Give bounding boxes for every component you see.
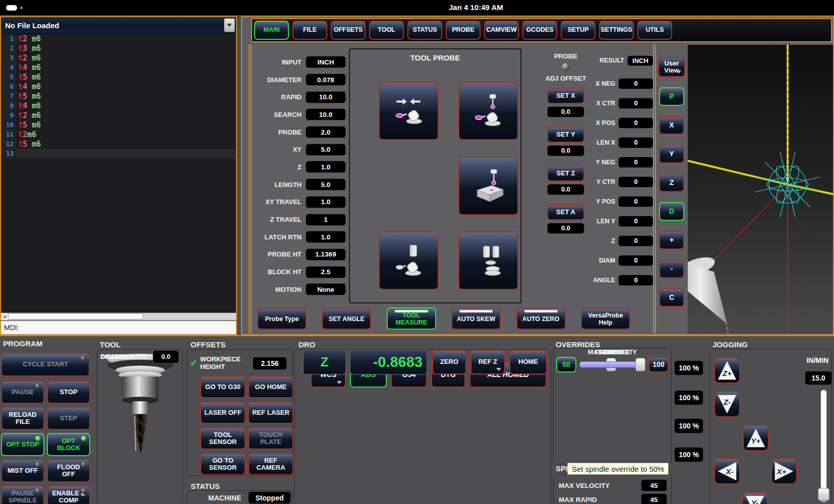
axis-zero-button[interactable]: ZERO bbox=[432, 350, 466, 374]
param-value-input[interactable]: 0.078 bbox=[306, 74, 346, 86]
program-button[interactable]: MIST OFF bbox=[1, 459, 44, 482]
override-max-button[interactable]: 100 bbox=[648, 357, 669, 372]
param-row: PROBE 2.0 bbox=[243, 123, 346, 141]
view-button[interactable]: + bbox=[659, 231, 684, 249]
program-button[interactable]: STEP bbox=[47, 407, 90, 430]
offsets-button[interactable]: TOOL SENSOR bbox=[200, 427, 246, 450]
param-value-input[interactable]: 5.0 bbox=[306, 144, 346, 156]
tab[interactable]: UTILS bbox=[637, 21, 672, 40]
offsets-button[interactable]: REF CAMERA bbox=[248, 453, 293, 475]
tab[interactable]: FILE bbox=[292, 21, 327, 40]
offsets-button[interactable]: TOUCH PLATE bbox=[248, 427, 293, 450]
set-axis-value-input[interactable]: 0.0 bbox=[547, 184, 584, 195]
set-axis-value-input[interactable]: 0.0 bbox=[547, 223, 584, 234]
set-axis-button[interactable]: SET Z bbox=[547, 165, 584, 181]
jog-button[interactable]: X- bbox=[714, 458, 740, 484]
probe-action-button[interactable]: Probe Type bbox=[257, 307, 307, 330]
view-button[interactable]: Z bbox=[659, 173, 684, 192]
param-value-input[interactable]: 1.0 bbox=[306, 196, 346, 208]
probe-action-button[interactable]: VersaProbe Help bbox=[581, 307, 630, 330]
jog-button[interactable]: Y+ bbox=[743, 425, 769, 451]
tab[interactable]: STATUS bbox=[407, 21, 442, 40]
probe-dual-pins-button[interactable] bbox=[458, 231, 518, 290]
tab[interactable]: OFFSETS bbox=[331, 21, 366, 40]
probe-block-button[interactable] bbox=[458, 157, 518, 215]
cycle-start-button[interactable]: CYCLE START bbox=[1, 353, 90, 376]
user-view-button[interactable]: User View bbox=[658, 57, 685, 77]
program-button[interactable]: OPT BLOCK bbox=[47, 433, 90, 456]
param-value-input[interactable]: 5.0 bbox=[306, 178, 346, 191]
view-button[interactable]: P bbox=[659, 87, 684, 106]
axis-home-button[interactable]: HOME bbox=[509, 350, 547, 374]
offsets-button[interactable]: GO TO SENSOR bbox=[200, 453, 246, 475]
axis-ref-button[interactable]: REF Z bbox=[470, 350, 505, 374]
window-pill[interactable] bbox=[6, 5, 17, 11]
tab[interactable]: TOOL bbox=[369, 21, 404, 40]
jog-button[interactable]: Z+ bbox=[714, 357, 740, 384]
param-value-input[interactable]: INCH bbox=[306, 56, 346, 68]
probe-tool-length-button[interactable] bbox=[379, 231, 439, 290]
view-button[interactable]: X bbox=[659, 116, 684, 135]
jog-rate-slider[interactable] bbox=[820, 390, 827, 501]
probe-action-button[interactable]: AUTO ZERO bbox=[516, 307, 566, 330]
probe-z-ring-button[interactable] bbox=[458, 82, 518, 140]
param-value-input[interactable]: 10.0 bbox=[306, 91, 346, 103]
view-button[interactable]: - bbox=[659, 260, 684, 278]
view-button[interactable]: D bbox=[659, 202, 684, 221]
mdi-input[interactable]: MDI: bbox=[1, 320, 236, 334]
view-button[interactable]: C bbox=[659, 288, 684, 307]
set-axis-button[interactable]: SET Y bbox=[547, 127, 584, 143]
param-value-input[interactable]: 1.0 bbox=[306, 161, 346, 173]
scroll-left-arrow-icon[interactable]: ◂ bbox=[1, 313, 8, 320]
offsets-button[interactable]: GO TO G30 bbox=[200, 376, 246, 398]
editor-horizontal-scrollbar[interactable]: ◂ bbox=[1, 312, 236, 320]
tab[interactable]: SETTINGS bbox=[599, 21, 634, 40]
set-axis-value-input[interactable]: 0.0 bbox=[547, 106, 584, 117]
tab[interactable]: PROBE bbox=[446, 21, 481, 40]
tab[interactable]: GCODES bbox=[522, 21, 557, 40]
program-button[interactable]: RELOAD FILE bbox=[1, 407, 44, 430]
offsets-button[interactable]: REF LASER bbox=[248, 402, 293, 424]
probe-xy-button[interactable] bbox=[379, 82, 439, 140]
preview-3d[interactable] bbox=[688, 45, 833, 334]
program-button[interactable]: STOP bbox=[47, 381, 90, 404]
tab[interactable]: CAMVIEW bbox=[484, 21, 519, 40]
override-min-button[interactable]: 50 bbox=[556, 357, 576, 372]
axis-select-button[interactable]: Z bbox=[303, 350, 346, 374]
file-dropdown-button[interactable] bbox=[224, 18, 235, 32]
program-button[interactable]: OPT STOP bbox=[1, 433, 44, 456]
jog-rate-value[interactable]: 15.0 bbox=[805, 371, 832, 385]
jog-button[interactable]: X+ bbox=[771, 458, 797, 484]
param-value-input[interactable]: 10.0 bbox=[306, 108, 346, 120]
set-axis-button[interactable]: SET A bbox=[547, 204, 584, 220]
tab[interactable]: MAIN bbox=[254, 21, 289, 40]
jog-button[interactable]: Z- bbox=[714, 391, 740, 417]
set-axis-value-input[interactable]: 0.0 bbox=[547, 145, 584, 156]
set-axis-button[interactable]: SET X bbox=[547, 88, 584, 104]
offsets-button[interactable]: GO HOME bbox=[248, 376, 293, 398]
jog-slider-thumb[interactable] bbox=[818, 488, 829, 501]
param-value-input[interactable]: 1 bbox=[306, 214, 346, 226]
param-value-input[interactable]: 1.0 bbox=[306, 231, 346, 243]
program-button[interactable]: FLOOD OFF bbox=[47, 459, 90, 482]
param-value-input[interactable]: 1.1369 bbox=[306, 248, 346, 261]
probe-screen-panel: MAIN FILE OFFSETS TOOL STATUS PROBE CAMV… bbox=[241, 16, 834, 335]
slider-thumb[interactable] bbox=[635, 358, 645, 371]
probe-action-button[interactable]: AUTO SKEW bbox=[451, 307, 501, 330]
jog-button[interactable]: Y- bbox=[742, 492, 768, 504]
param-value-input[interactable]: 2.5 bbox=[306, 266, 346, 278]
tab[interactable]: SETUP bbox=[561, 21, 595, 40]
scrollbar-thumb[interactable] bbox=[8, 313, 143, 320]
workpiece-height-input[interactable]: 2.156 bbox=[253, 357, 287, 370]
probe-action-button[interactable]: TOOL MEASURE bbox=[387, 307, 436, 330]
program-button[interactable]: PAUSE SPINDLE bbox=[1, 485, 44, 504]
view-button[interactable]: Y bbox=[659, 145, 684, 163]
override-slider[interactable] bbox=[579, 361, 645, 368]
program-button[interactable]: PAUSE bbox=[1, 381, 44, 404]
gcode-listing[interactable]: 1 t2 m6 2 t3 m6 3 t2 m6 4 t4 m6 bbox=[1, 34, 236, 312]
program-button[interactable]: ENABLE Z COMP bbox=[47, 485, 90, 504]
param-value-input[interactable]: 2.0 bbox=[306, 126, 346, 138]
probe-action-button[interactable]: SET ANGLE bbox=[322, 307, 371, 330]
offsets-button[interactable]: LASER OFF bbox=[200, 402, 246, 424]
param-value-input[interactable]: None bbox=[306, 283, 346, 295]
